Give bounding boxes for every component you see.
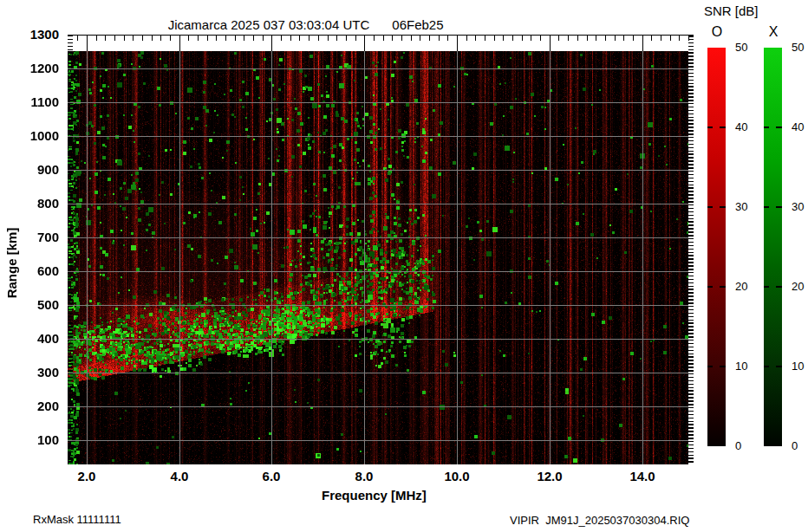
y-tick-label: 400 <box>16 331 59 346</box>
colorbar-o-tick-dash <box>720 286 726 288</box>
x-major-tick <box>179 35 180 51</box>
ionogram-canvas <box>68 51 688 464</box>
x-minor-tick <box>494 35 495 41</box>
y-axis-title: Range [km] <box>4 224 19 302</box>
colorbar-o-tick-label: 0 <box>735 439 754 452</box>
colorbar-x-tick-dash <box>776 127 782 128</box>
x-minor-tick <box>577 35 578 41</box>
x-major-tick <box>87 35 88 51</box>
x-tick-label: 6.0 <box>252 469 290 483</box>
colorbar-o-tick-dash <box>707 366 713 367</box>
colorbar-x-tick-dash <box>776 366 782 367</box>
x-minor-tick <box>244 35 244 41</box>
colorbar-x-tick-dash <box>764 366 769 367</box>
x-minor-tick <box>447 35 448 41</box>
x-minor-tick <box>263 35 264 41</box>
x-minor-tick <box>124 35 125 41</box>
x-minor-tick <box>346 35 347 41</box>
x-minor-tick <box>485 35 485 41</box>
y-tick-label: 300 <box>16 365 59 380</box>
colorbar-o-tick-dash <box>707 127 713 128</box>
x-minor-tick <box>152 35 153 41</box>
x-major-tick <box>550 35 551 51</box>
y-tick-label: 200 <box>16 399 59 413</box>
colorbar-o-tick-label: 10 <box>735 360 754 373</box>
x-minor-tick <box>670 35 671 41</box>
y-tick-label: 1200 <box>16 61 59 75</box>
y-tick-label: 800 <box>16 196 59 211</box>
x-minor-tick <box>355 35 356 41</box>
colorbar-x-tick-label: 40 <box>792 120 808 133</box>
y-tick-label: 600 <box>16 263 59 278</box>
colorbar-o-tick-dash <box>707 286 713 288</box>
colorbar-o <box>707 48 726 446</box>
colorbar-x-mode-label: X <box>755 24 792 40</box>
y-tick-label: 1300 <box>16 27 59 42</box>
x-tick-label: 2.0 <box>68 469 106 483</box>
x-minor-tick <box>225 35 226 41</box>
x-minor-tick <box>253 35 254 41</box>
colorbar-o-mode-label: O <box>699 24 735 40</box>
y-tick-label: 500 <box>16 297 59 312</box>
ionogram-viewer: Jicamarca 2025 037 03:03:04 UTC06Feb25 S… <box>0 0 808 532</box>
x-minor-tick <box>411 35 412 41</box>
colorbar-o-tick-label: 30 <box>735 200 754 213</box>
y-tick-label: 700 <box>16 230 59 244</box>
x-axis-title: Frequency [MHz] <box>322 488 427 503</box>
colorbar-x-tick-dash <box>764 286 769 288</box>
y-minor-ticks-right <box>688 36 694 464</box>
x-minor-tick <box>661 35 661 41</box>
x-minor-tick <box>383 35 384 41</box>
rxmask-note: RxMask 11111111 <box>33 513 121 526</box>
title-date: 06Feb25 <box>392 17 443 32</box>
x-minor-tick <box>328 35 329 41</box>
x-major-tick <box>642 35 643 51</box>
colorbar-x-tick-label: 20 <box>792 280 808 293</box>
colorbar-o-tick-label: 50 <box>735 41 754 54</box>
x-minor-tick <box>429 35 430 41</box>
x-minor-tick <box>188 35 189 41</box>
x-minor-tick <box>540 35 541 41</box>
x-minor-tick <box>596 35 596 41</box>
x-minor-tick <box>522 35 523 41</box>
x-major-tick <box>457 35 458 51</box>
y-tick-label: 900 <box>16 162 59 177</box>
colorbar-o-tick-label: 40 <box>735 120 754 133</box>
x-minor-tick <box>439 35 440 41</box>
colorbar-x-tick-label: 50 <box>792 41 808 54</box>
colorbar-o-tick-dash <box>707 206 713 208</box>
x-minor-tick <box>558 35 559 41</box>
x-minor-tick <box>299 35 300 41</box>
x-minor-tick <box>401 35 402 41</box>
x-minor-tick <box>568 35 569 41</box>
x-minor-tick <box>114 35 115 41</box>
x-minor-tick <box>216 35 217 41</box>
x-minor-tick <box>309 35 310 41</box>
y-minor-ticks-left <box>68 36 73 464</box>
colorbar-o-tick-dash <box>720 206 726 208</box>
colorbar-x-tick-label: 0 <box>792 439 808 452</box>
x-minor-tick <box>605 35 606 41</box>
x-minor-tick <box>198 35 199 41</box>
x-tick-label: 14.0 <box>623 469 661 483</box>
y-tick-label: 100 <box>16 432 59 447</box>
x-minor-tick <box>160 35 161 41</box>
x-tick-label: 12.0 <box>531 469 569 483</box>
x-minor-tick <box>142 35 143 41</box>
x-minor-tick <box>392 35 393 41</box>
x-minor-tick <box>290 35 291 41</box>
x-minor-tick <box>587 35 588 41</box>
x-minor-tick <box>281 35 282 41</box>
colorbar-x-tick-label: 10 <box>792 360 808 373</box>
colorbar-o-tick-dash <box>720 127 726 128</box>
x-tick-label: 10.0 <box>438 469 476 483</box>
x-axis-top-line <box>68 35 694 36</box>
colorbar-x-tick-dash <box>776 206 782 208</box>
x-major-tick <box>271 35 272 51</box>
colorbar-x <box>764 48 782 446</box>
x-minor-tick <box>235 35 236 41</box>
x-minor-tick <box>679 35 680 41</box>
x-minor-tick <box>420 35 420 41</box>
x-minor-tick <box>651 35 652 41</box>
colorbar-x-tick-dash <box>776 286 782 288</box>
